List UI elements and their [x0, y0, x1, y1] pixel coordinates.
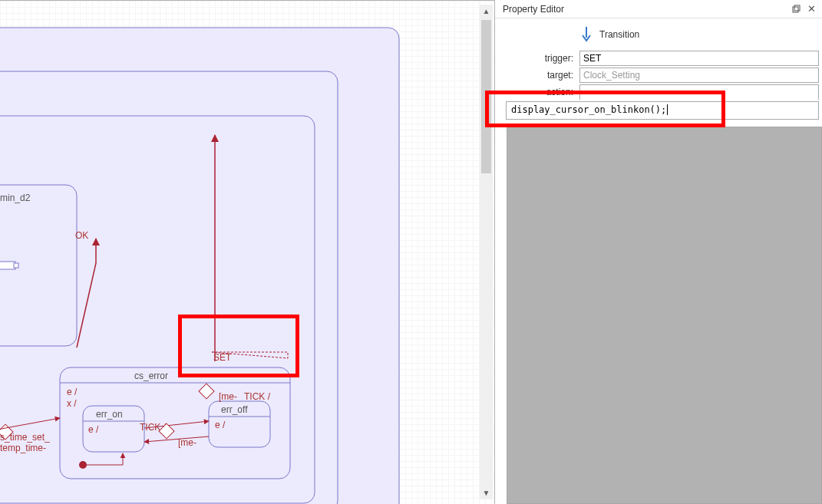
scroll-thumb[interactable]	[481, 20, 491, 173]
code-area-background	[507, 127, 822, 504]
target-label: target:	[495, 70, 579, 81]
canvas-scrollbar-vertical[interactable]: ▲ ▼	[480, 5, 493, 499]
restore-icon[interactable]	[788, 2, 804, 17]
pane-title: Property Editor	[503, 4, 788, 15]
svg-text:e /: e /	[67, 387, 78, 397]
element-type-label: Transition	[599, 29, 639, 40]
svg-text:err_on: err_on	[96, 409, 123, 420]
cs-error-label: cs_error	[134, 371, 168, 381]
svg-text:TICK /: TICK /	[244, 391, 271, 402]
region-label: min_d2	[0, 193, 31, 203]
scroll-down-icon[interactable]: ▼	[480, 486, 493, 499]
svg-rect-28	[793, 7, 798, 12]
svg-rect-29	[794, 5, 800, 11]
close-icon[interactable]: ✕	[804, 2, 819, 17]
target-input[interactable]	[579, 68, 819, 83]
pane-header: Property Editor ✕	[495, 0, 822, 18]
trigger-label: trigger:	[495, 53, 579, 64]
scroll-up-icon[interactable]: ▲	[480, 5, 493, 18]
trigger-input[interactable]	[579, 51, 819, 66]
svg-text:temp_time-: temp_time-	[0, 443, 46, 453]
ok-label: OK	[75, 230, 88, 241]
svg-point-25	[79, 461, 87, 469]
statechart-canvas[interactable]: min_d2 OK SET cs_error e / x / err_on e …	[0, 0, 495, 504]
svg-text:[me-: [me-	[219, 391, 237, 402]
action-code-input[interactable]: display_cursor_on_blinkon();	[506, 101, 819, 120]
set-label: SET	[213, 352, 232, 363]
svg-text:e /: e /	[215, 420, 226, 430]
svg-text:[me-: [me-	[178, 437, 196, 448]
svg-text:err_off: err_off	[221, 404, 248, 415]
svg-text:s_time_set_: s_time_set_	[0, 432, 50, 443]
svg-text:e /: e /	[88, 424, 99, 435]
svg-rect-4	[0, 262, 15, 269]
svg-text:x /: x /	[67, 398, 77, 409]
action-code-text: display_cursor_on_blinkon();	[511, 104, 666, 115]
transition-icon	[579, 26, 593, 43]
action-label: action:	[495, 87, 579, 97]
svg-rect-5	[14, 263, 18, 268]
